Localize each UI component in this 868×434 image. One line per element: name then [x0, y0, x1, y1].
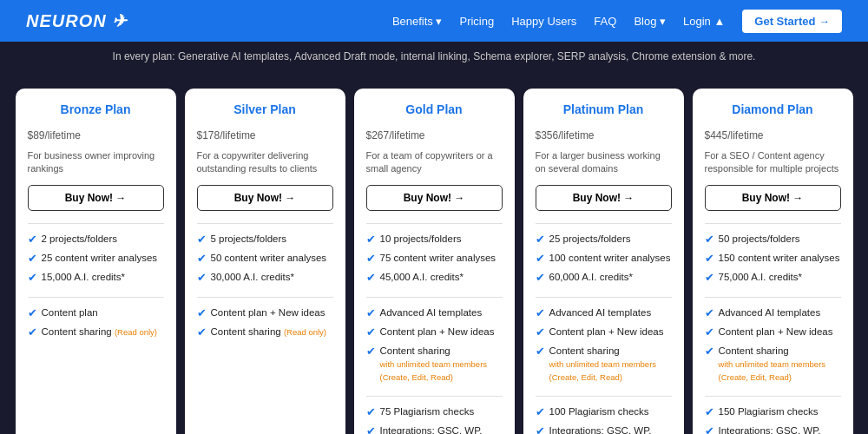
promo-banner: In every plan: Generative AI templates, … — [0, 42, 868, 71]
plan-diamond: Diamond Plan $445/lifetime For a SEO / C… — [693, 89, 853, 434]
check-icon: ✔ — [366, 345, 376, 359]
feature-list-extra: ✔Advanced AI templates ✔Content plan + N… — [366, 306, 503, 384]
nav-pricing[interactable]: Pricing — [459, 15, 494, 28]
check-icon: ✔ — [366, 326, 376, 340]
feature-item: ✔75,000 A.I. credits* — [705, 271, 841, 286]
feature-list-extra: ✔Advanced AI templates ✔Content plan + N… — [705, 306, 841, 384]
plan-price: $178/lifetime — [197, 122, 333, 144]
plan-name: Platinum Plan — [536, 102, 672, 116]
feature-item: ✔10 projects/folders — [366, 233, 503, 247]
feature-item: ✔75 Plagiarism checks — [366, 405, 503, 420]
check-icon: ✔ — [28, 326, 37, 340]
plan-desc: For business owner improving rankings — [28, 149, 164, 176]
check-icon: ✔ — [197, 252, 207, 266]
check-icon: ✔ — [28, 252, 37, 266]
feature-list-extra: ✔Content plan + New ideas ✔Content shari… — [197, 306, 333, 340]
plan-desc: For a SEO / Content agency responsible f… — [705, 149, 841, 176]
check-icon: ✔ — [705, 233, 714, 247]
check-icon: ✔ — [536, 252, 545, 266]
feature-item: ✔60,000 A.I. credits* — [536, 271, 672, 286]
plan-name: Silver Plan — [197, 102, 333, 116]
feature-item: ✔50 content writer analyses — [197, 252, 333, 266]
feature-item: ✔Advanced AI templates — [366, 306, 503, 321]
feature-list-extra: ✔Content plan ✔Content sharing (Read onl… — [28, 306, 164, 340]
buy-button-gold[interactable]: Buy Now! → — [366, 185, 503, 211]
plan-silver: Silver Plan $178/lifetime For a copywrit… — [185, 89, 345, 434]
plan-gold: Gold Plan $267/lifetime For a team of co… — [354, 89, 515, 434]
check-icon: ✔ — [536, 271, 545, 286]
plan-name: Diamond Plan — [705, 102, 841, 116]
buy-button-diamond[interactable]: Buy Now! → — [705, 185, 841, 211]
feature-item: ✔100 Plagiarism checks — [536, 405, 672, 420]
check-icon: ✔ — [197, 233, 207, 247]
check-icon: ✔ — [366, 405, 376, 420]
feature-item: ✔Advanced AI templates — [705, 306, 841, 321]
feature-item: ✔Content sharingwith unlimited team memb… — [705, 345, 841, 384]
feature-list-base: ✔10 projects/folders ✔75 content writer … — [366, 233, 503, 286]
feature-list-base: ✔2 projects/folders ✔25 content writer a… — [28, 233, 164, 286]
check-icon: ✔ — [705, 271, 714, 286]
nav-benefits[interactable]: Benefits ▾ — [392, 15, 443, 28]
feature-item: ✔5 projects/folders — [197, 233, 333, 247]
feature-list-base: ✔50 projects/folders ✔150 content writer… — [705, 233, 841, 286]
nav-login[interactable]: Login ▲ — [683, 15, 725, 28]
check-icon: ✔ — [197, 271, 207, 286]
check-icon: ✔ — [536, 306, 545, 321]
check-icon: ✔ — [536, 345, 545, 359]
feature-item: ✔Integrations: GSC, WP, Shopify — [705, 424, 841, 434]
feature-item: ✔30,000 A.I. credits* — [197, 271, 333, 286]
feature-list-more: ✔150 Plagiarism checks ✔Integrations: GS… — [705, 405, 841, 434]
plan-price: $445/lifetime — [705, 122, 841, 144]
feature-item: ✔Content sharingwith unlimited team memb… — [536, 345, 672, 384]
buy-button-bronze[interactable]: Buy Now! → — [28, 185, 164, 211]
feature-item: ✔Content plan + New ideas — [197, 306, 333, 321]
logo-icon: ✈ — [112, 10, 128, 31]
check-icon: ✔ — [28, 271, 37, 286]
banner-text: In every plan: Generative AI templates, … — [113, 50, 756, 62]
feature-item: ✔Content plan + New ideas — [366, 326, 503, 340]
buy-button-silver[interactable]: Buy Now! → — [197, 185, 333, 211]
feature-item: ✔50 projects/folders — [705, 233, 841, 247]
check-icon: ✔ — [536, 326, 545, 340]
nav-blog[interactable]: Blog ▾ — [634, 15, 666, 28]
feature-list-more: ✔75 Plagiarism checks ✔Integrations: GSC… — [366, 405, 503, 434]
check-icon: ✔ — [197, 326, 207, 340]
feature-item: ✔Content plan — [28, 306, 164, 321]
plan-name: Gold Plan — [366, 102, 503, 116]
feature-list-base: ✔5 projects/folders ✔50 content writer a… — [197, 233, 333, 286]
logo: NEURON ✈ — [26, 10, 128, 31]
feature-item: ✔Advanced AI templates — [536, 306, 672, 321]
feature-item: ✔150 Plagiarism checks — [705, 405, 841, 420]
plan-desc: For a larger business working on several… — [536, 149, 672, 176]
feature-item: ✔45,000 A.I. credits* — [366, 271, 503, 286]
check-icon: ✔ — [366, 233, 376, 247]
check-icon: ✔ — [197, 306, 207, 321]
nav-get-started[interactable]: Get Started → — [742, 10, 842, 33]
feature-item: ✔2 projects/folders — [28, 233, 164, 247]
feature-item: ✔Content plan + New ideas — [705, 326, 841, 340]
feature-item: ✔Content sharing (Read only) — [28, 326, 164, 340]
check-icon: ✔ — [705, 306, 714, 321]
nav-faq[interactable]: FAQ — [594, 15, 616, 28]
plan-platinum: Platinum Plan $356/lifetime For a larger… — [523, 89, 684, 434]
check-icon: ✔ — [366, 252, 376, 266]
feature-item: ✔25 content writer analyses — [28, 252, 164, 266]
check-icon: ✔ — [536, 424, 545, 434]
nav-links: Benefits ▾ Pricing Happy Users FAQ Blog … — [392, 15, 842, 28]
feature-item: ✔Integrations: GSC, WP, Shopify — [536, 424, 672, 434]
nav-happy-users[interactable]: Happy Users — [511, 15, 576, 28]
feature-item: ✔150 content writer analyses — [705, 252, 841, 266]
feature-item: ✔75 content writer analyses — [366, 252, 503, 266]
check-icon: ✔ — [705, 345, 714, 359]
buy-button-platinum[interactable]: Buy Now! → — [536, 185, 672, 211]
feature-item: ✔25 projects/folders — [536, 233, 672, 247]
plan-price: $267/lifetime — [366, 122, 503, 144]
plans-container: Bronze Plan $89/lifetime For business ow… — [0, 71, 868, 434]
plan-desc: For a team of copywriters or a small age… — [366, 149, 503, 176]
check-icon: ✔ — [705, 326, 714, 340]
check-icon: ✔ — [705, 405, 714, 420]
feature-list-base: ✔25 projects/folders ✔100 content writer… — [536, 233, 672, 286]
plan-desc: For a copywriter delivering outstanding … — [197, 149, 333, 176]
feature-list-more: ✔100 Plagiarism checks ✔Integrations: GS… — [536, 405, 672, 434]
plan-price: $356/lifetime — [536, 122, 672, 144]
